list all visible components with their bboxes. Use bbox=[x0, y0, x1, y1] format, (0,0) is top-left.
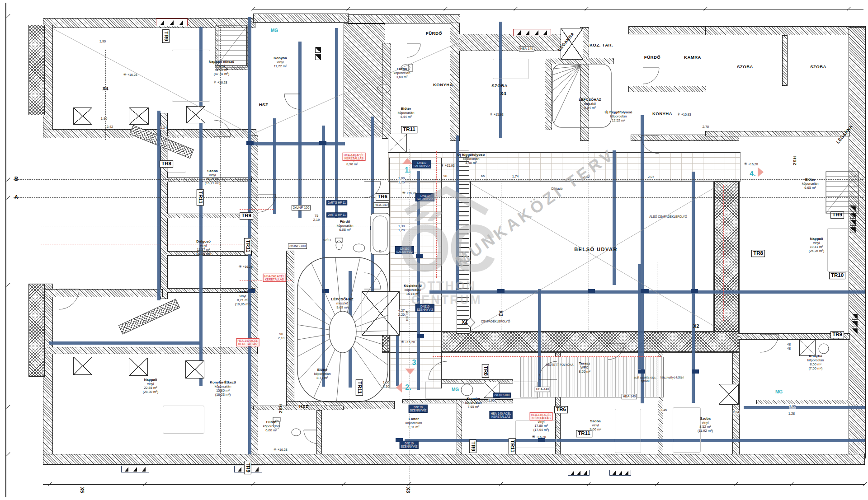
bearing-symbol bbox=[850, 220, 856, 226]
wall-segment bbox=[705, 26, 866, 35]
floorplan-canvas: Nappali-étkezővinyl41,02 m²(47,31 m²)Szo… bbox=[0, 0, 868, 500]
steel-label: DN110SZENNYVÍZ bbox=[415, 304, 434, 312]
vent-triangle-icon bbox=[170, 20, 174, 25]
crosshatch-band bbox=[714, 182, 739, 333]
axis-line-vertical bbox=[657, 262, 657, 456]
room-label-hsz: HSZ bbox=[299, 404, 309, 409]
room-label-nappali: Nappalivinyl19,41 m²(26,26 m²) bbox=[809, 237, 825, 253]
wall-segment bbox=[628, 86, 706, 92]
room-label-el-t-r: Előtérkőporcelán4,44 m² bbox=[398, 107, 415, 119]
room-label-f-rd-: Fürdőkőporcelán3,68 m² bbox=[394, 67, 410, 79]
dimension-tick bbox=[6, 196, 10, 200]
thin-wall-line bbox=[382, 352, 739, 353]
wall-segment bbox=[43, 18, 255, 28]
tr-marker-tr11: TR11 bbox=[401, 126, 417, 133]
steel-label: 2xUNP-100 bbox=[288, 243, 307, 249]
steel-plate bbox=[641, 289, 648, 293]
dimension-tick bbox=[6, 14, 10, 18]
steel-beam-vertical bbox=[157, 111, 160, 300]
steel-label: HEA-140 ACÉLKERETÁLLÁS bbox=[530, 412, 553, 421]
annotation-dilat-ci-: Dilatáció bbox=[552, 187, 563, 191]
elevation-mark: ✳ +15,93 bbox=[677, 112, 691, 117]
shaft-symbol bbox=[129, 107, 149, 125]
frame-bottom-dimension-line bbox=[43, 484, 865, 485]
steel-label: HEA-140 ACÉLKERETÁLLÁS bbox=[236, 338, 259, 346]
steel-label: DN110SZENNYVÍZ bbox=[395, 246, 414, 254]
tr-marker-tr8: TR8 bbox=[160, 160, 173, 168]
vent-triangle-icon bbox=[125, 467, 128, 472]
axis-line-horizontal bbox=[14, 197, 863, 198]
tr-marker-tr11: TR11 bbox=[244, 238, 251, 254]
room-label-konyha-tkez-: Konyha-Étkezőkőporcelán15,85 m²(16,23 m²… bbox=[210, 380, 236, 397]
furniture-outline bbox=[615, 409, 641, 453]
room-label-k-zleked-: Közlekedőkőporcelán15,16 m² bbox=[404, 284, 422, 296]
tr-marker-tr6: TR6 bbox=[376, 193, 389, 201]
bearing-symbol bbox=[850, 206, 856, 211]
wall-segment bbox=[43, 347, 258, 354]
steel-label: 2xUNP-100 bbox=[493, 393, 511, 397]
dimension-tick bbox=[6, 178, 10, 182]
dimension-label: 3,45 bbox=[660, 408, 667, 412]
steel-label: DN110SZENNYVÍZ bbox=[409, 405, 428, 413]
tr-marker-tr9: TR9 bbox=[244, 461, 251, 474]
dimension-tick bbox=[6, 405, 10, 409]
room-label-dolgoz-: Dolgozóvinyl11,37 m²(11,55 m²) bbox=[196, 239, 211, 256]
wall-segment bbox=[782, 35, 788, 86]
wall-segment bbox=[628, 26, 705, 34]
steel-label: 2xRTG HP 11 bbox=[326, 200, 347, 205]
room-label-el-t-r: Előtérkőporcelán6,65 m² bbox=[802, 178, 819, 190]
room-label-l-pcs-h-z: LÉPCSŐHÁZmészkő9,04 m² bbox=[579, 98, 601, 110]
vent-triangle-icon bbox=[583, 471, 587, 475]
vent-triangle-icon bbox=[160, 20, 164, 25]
steel-beam-horizontal bbox=[250, 142, 345, 145]
tr-marker-tr9: TR9 bbox=[240, 212, 253, 220]
annotation-ac-l-spal-ta-r-cs-ajt-val: acél spaléta rács, ajtóval bbox=[633, 376, 657, 383]
room-label--j-f-gg-folyos-: Új függőfolyosókőporcelán4,90 m² bbox=[458, 153, 485, 165]
thin-wall-line bbox=[713, 182, 714, 333]
grid-marker-x4: X4 bbox=[500, 91, 506, 97]
demolition-line-horizontal bbox=[433, 356, 661, 357]
bearing-symbol bbox=[850, 227, 856, 233]
room-label-konyha: Konyhakőporcelán7,65 m² bbox=[465, 397, 482, 409]
shaft-symbol bbox=[799, 340, 816, 356]
shaft-symbol bbox=[388, 134, 407, 153]
annotation-h-szivatty-k-lt-ri: hőszivattyú-kültéri bbox=[660, 376, 684, 379]
grid-marker-x4: X4 bbox=[102, 86, 108, 92]
vent-triangle-icon bbox=[543, 30, 547, 35]
dimension-label: 2,07 bbox=[648, 175, 655, 179]
steel-label: DN110SZENNYVÍZ bbox=[415, 193, 434, 201]
steel-plate bbox=[246, 141, 254, 145]
wall-segment bbox=[348, 14, 460, 23]
tr-marker-tr6: TR6 bbox=[554, 406, 568, 413]
furniture-outline bbox=[827, 228, 848, 272]
frame-top-dimension-line bbox=[253, 9, 863, 9]
tr-marker-tr11: TR11 bbox=[576, 430, 592, 437]
grid-letter-a: A bbox=[14, 194, 19, 201]
room-label-el-t-r: Előtérkőporcelán1,91 m² bbox=[406, 417, 422, 430]
steel-label: HEA-240 ACÉLKERETÁLLÁS bbox=[263, 274, 286, 282]
steel-label: HEA-140 ACÉLKERETÁLLÁS bbox=[343, 153, 366, 161]
tr-marker-tr11: TR11 bbox=[356, 379, 363, 396]
shaft-symbol bbox=[73, 357, 92, 375]
dimension-label: 98 bbox=[443, 174, 447, 178]
dimension-label: 1,90 bbox=[101, 117, 108, 121]
grid-letter-b: B bbox=[14, 176, 19, 182]
dimension-label: 902,10 bbox=[278, 332, 285, 340]
steel-label: HEA-140 bbox=[373, 202, 389, 208]
axis-line-vertical bbox=[589, 27, 589, 334]
steel-plate bbox=[322, 289, 329, 293]
room-label-hsz: HSZ bbox=[278, 404, 283, 414]
kitchen-counter bbox=[425, 382, 538, 398]
elevation-mark: ✳ +16,28 bbox=[402, 191, 416, 196]
shaft-symbol bbox=[719, 384, 739, 405]
cyan-label-mg: MG bbox=[271, 28, 278, 33]
room-label-f-rd-: FÜRDŐ bbox=[426, 31, 442, 36]
room-label-szoba: SZOBA bbox=[491, 83, 508, 88]
wall-segment bbox=[43, 289, 163, 297]
steel-beam-horizontal bbox=[744, 406, 865, 409]
steel-plate bbox=[370, 226, 377, 230]
annotation-a3-004: A3_004 bbox=[405, 311, 409, 321]
dimension-label: 1,28 bbox=[788, 412, 795, 416]
room-label-szoba: SZOBA bbox=[737, 64, 753, 69]
dimension-label: 1,301,20 bbox=[398, 224, 405, 232]
